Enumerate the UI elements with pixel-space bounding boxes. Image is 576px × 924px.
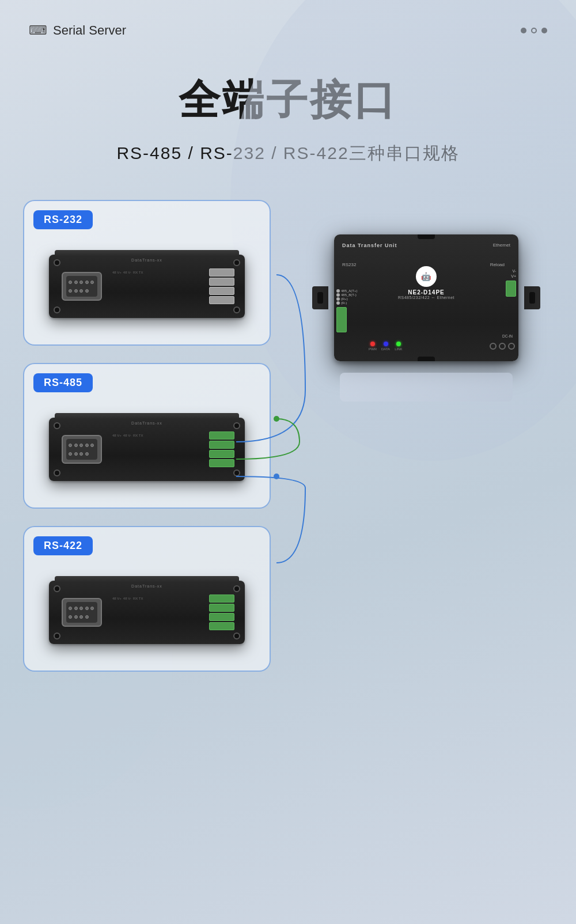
mount-hole-tr-485 — [233, 422, 240, 429]
ne2-model-desc: RS485/232/422 ↔ Ethernet — [398, 296, 454, 300]
ear-slot-left — [317, 292, 323, 304]
led-link — [396, 342, 401, 346]
rs422-device-label: DataTrans-xx — [131, 584, 162, 588]
mount-hole-tr — [233, 259, 240, 266]
pagination-dots — [521, 28, 547, 33]
right-power-terminal-green — [506, 281, 516, 297]
rs422-top-labels: 48 V+ 48 V- RX TX — [112, 597, 143, 600]
dot-1[interactable] — [521, 28, 526, 33]
main-device-body: Data Transfer Unit Ethernet RS232 Reload… — [334, 234, 518, 361]
db9-connector-232 — [62, 272, 102, 301]
rs485-card: RS-485 — [23, 363, 271, 509]
svg-point-0 — [274, 416, 279, 422]
hero-subtitle: RS-485 / RS-232 / RS-422三种串口规格 — [23, 142, 553, 165]
rs232-device-label: DataTrans-xx — [131, 258, 162, 262]
terminal-green-422 — [209, 594, 234, 630]
top-notch — [418, 234, 435, 239]
rs422-badge: RS-422 — [33, 536, 93, 555]
main-device-dtu-label: Data Transfer Unit — [342, 243, 397, 248]
terminal-green-485 — [209, 431, 234, 467]
dc-in-label: DC-IN — [502, 334, 513, 338]
terminal-gray-232 — [209, 268, 234, 304]
rs485-device-image: DataTrans-xx 48 V+ 48 V- RX TX — [33, 400, 260, 498]
dc-in-connectors — [490, 343, 515, 350]
dot-2[interactable] — [531, 28, 537, 33]
rs485-top-labels: 48 V+ 48 V- RX TX — [112, 434, 143, 437]
header: ⌨ Serial Server — [0, 0, 576, 38]
header-left: ⌨ Serial Server — [29, 23, 126, 38]
mount-hole-tl-422 — [54, 585, 60, 592]
main-device-rs232-label: RS232 — [342, 262, 356, 267]
ear-slot-right — [529, 292, 535, 304]
hero-section: 全端子接口 RS-485 / RS-232 / RS-422三种串口规格 — [0, 38, 576, 177]
db9-connector-422 — [62, 598, 102, 627]
led-data — [384, 342, 388, 346]
main-device-reload-label: Reload — [490, 262, 505, 267]
rs485-device-body: DataTrans-xx 48 V+ 48 V- RX TX — [49, 418, 245, 481]
mount-hole-tl-485 — [54, 422, 60, 429]
led-pwr — [370, 342, 375, 346]
status-leds: PWR DATA LINK — [369, 342, 402, 351]
mount-hole-bl-422 — [54, 633, 60, 639]
rs422-device-body: DataTrans-xx 48 V+ 48 V- RX TX — [49, 581, 245, 644]
rs485-device-label: DataTrans-xx — [131, 421, 162, 425]
rs232-device-body: DataTrans-xx 48 V+ 48 V- RX TX — [49, 255, 245, 318]
dot-3[interactable] — [541, 28, 547, 33]
rs232-badge: RS-232 — [33, 210, 93, 229]
keyboard-icon: ⌨ — [29, 23, 47, 38]
rs422-device-image: DataTrans-xx 48 V+ 48 V- RX TX — [33, 563, 260, 661]
main-device-column: Data Transfer Unit Ethernet RS232 Reload… — [294, 200, 559, 402]
rs232-top-labels: 48 V+ 48 V- RX TX — [112, 271, 143, 274]
led-link-label: LINK — [395, 347, 402, 351]
device-cards-column: RS-232 — [23, 200, 271, 672]
bottom-notch — [418, 357, 435, 361]
main-device-power-terminal: V- V+ — [506, 269, 516, 297]
mount-hole-br — [233, 306, 240, 313]
main-device-left-pins: 485_A(T+) 485_B(T-) (R+) (R-) — [336, 289, 358, 332]
mount-hole-bl-485 — [54, 469, 60, 476]
ne2-brand: 🤖 NE2-D14PE RS485/232/422 ↔ Ethernet — [398, 266, 454, 300]
main-device-ethernet-label: Ethernet — [493, 243, 510, 248]
ne2-model-text: NE2-D14PE — [398, 289, 454, 296]
rs422-card: RS-422 — [23, 526, 271, 672]
mount-hole-bl — [54, 306, 60, 313]
db9-connector-485 — [62, 435, 102, 464]
main-content: RS-232 — [0, 177, 576, 695]
led-pwr-label: PWR — [369, 347, 377, 351]
mount-ear-left — [312, 286, 328, 309]
svg-point-1 — [274, 474, 279, 479]
rs485-badge: RS-485 — [33, 373, 93, 392]
ne2-logo: 🤖 — [416, 266, 437, 287]
left-terminal-green-block — [336, 307, 347, 332]
mount-hole-tl — [54, 259, 60, 266]
main-device: Data Transfer Unit Ethernet RS232 Reload… — [328, 234, 524, 361]
rs232-device-image: DataTrans-xx 48 V+ 48 V- RX TX — [33, 237, 260, 335]
device-shelf — [340, 373, 513, 402]
hero-title: 全端子接口 — [23, 73, 553, 128]
led-data-label: DATA — [381, 347, 390, 351]
mount-ear-right — [524, 286, 540, 309]
header-title: Serial Server — [53, 23, 126, 38]
rs232-card: RS-232 — [23, 200, 271, 346]
mount-hole-br-485 — [233, 469, 240, 476]
mount-hole-tr-422 — [233, 585, 240, 592]
mount-hole-br-422 — [233, 633, 240, 639]
